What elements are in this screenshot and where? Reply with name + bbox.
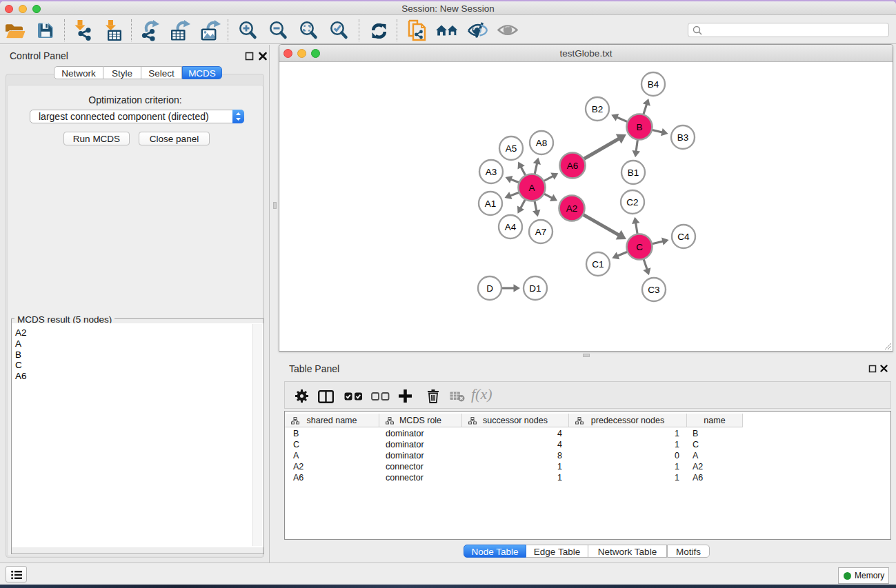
- svg-text:A1: A1: [485, 199, 497, 209]
- svg-text:A5: A5: [506, 143, 517, 154]
- svg-text:A4: A4: [505, 222, 517, 232]
- svg-text:B1: B1: [628, 168, 639, 178]
- svg-text:A7: A7: [535, 227, 547, 237]
- svg-text:A6: A6: [567, 161, 579, 171]
- svg-text:B4: B4: [648, 79, 659, 90]
- svg-text:A3: A3: [486, 167, 497, 177]
- svg-text:C1: C1: [592, 259, 604, 270]
- svg-text:C4: C4: [677, 232, 690, 242]
- svg-text:D1: D1: [529, 283, 541, 294]
- svg-text:D: D: [486, 283, 493, 294]
- svg-text:B: B: [636, 122, 642, 132]
- svg-text:B3: B3: [677, 132, 689, 143]
- svg-text:C2: C2: [626, 197, 638, 207]
- svg-text:A8: A8: [536, 138, 548, 148]
- svg-text:C3: C3: [648, 285, 659, 295]
- svg-text:C: C: [636, 242, 643, 252]
- svg-text:A: A: [528, 183, 535, 193]
- svg-text:A2: A2: [566, 203, 578, 214]
- svg-text:B2: B2: [592, 104, 604, 114]
